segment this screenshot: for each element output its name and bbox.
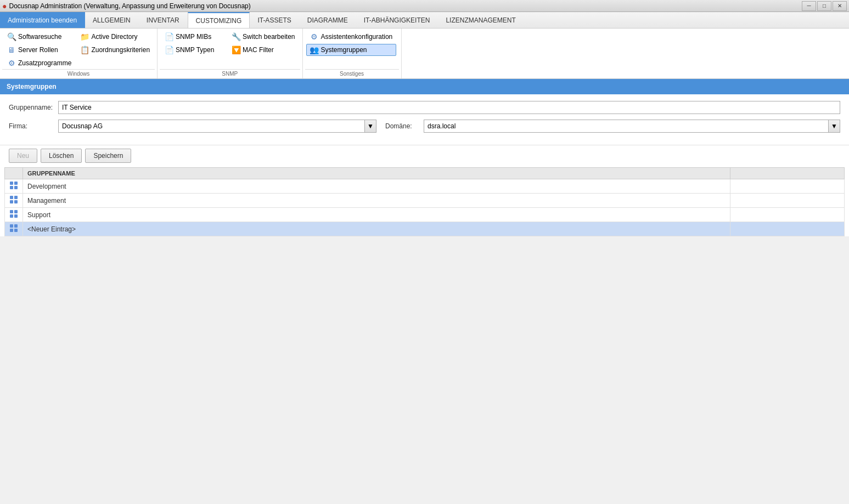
neu-button[interactable]: Neu	[9, 149, 37, 163]
snmp-mibs-icon: 📄	[165, 32, 173, 41]
table-cell-new-empty	[730, 222, 845, 236]
table-row-icon-new	[5, 222, 23, 236]
table-cell-development: Development	[23, 179, 730, 194]
svg-rect-2	[10, 186, 13, 189]
ribbon-group-windows: 🔍 Softwaresuche 🖥 Server Rollen ⚙ Zusatz…	[0, 29, 158, 78]
svg-rect-3	[14, 186, 18, 189]
firma-select[interactable]: Docusnap AG	[58, 120, 376, 133]
table-cell-management: Management	[23, 194, 730, 208]
ribbon-assistentenkonfiguration[interactable]: ⚙ Assistentenkonfiguration	[306, 31, 397, 43]
restore-button[interactable]: □	[817, 1, 831, 11]
table-header-row: GRUPPENNAME	[5, 168, 845, 179]
mac-filter-icon: 🔽	[232, 46, 240, 54]
svg-rect-11	[14, 214, 18, 218]
zusatzprogramme-icon: ⚙	[7, 59, 16, 67]
loeschen-button[interactable]: Löschen	[41, 149, 82, 163]
svg-rect-5	[14, 196, 18, 199]
tab-it-assets[interactable]: IT-ASSETS	[250, 12, 299, 28]
table-header-icon	[5, 168, 23, 179]
ribbon-switch-bearbeiten[interactable]: 🔧 Switch bearbeiten	[228, 31, 299, 43]
svg-rect-9	[14, 210, 18, 213]
ribbon-softwaresuche[interactable]: 🔍 Softwaresuche	[3, 31, 75, 43]
main-content: Systemgruppen Gruppenname: Firma: Docusn…	[0, 79, 849, 236]
svg-rect-12	[10, 224, 13, 228]
titlebar-title: Docusnap Administration (Verwaltung, Anp…	[9, 2, 250, 10]
svg-rect-15	[14, 229, 18, 232]
row-icon-management	[9, 198, 18, 206]
table-cell-empty-2	[730, 194, 845, 208]
table-row[interactable]: Support	[5, 208, 845, 222]
table-row-icon-cell	[5, 208, 23, 222]
ribbon-snmp-col1: 📄 SNMP MIBs 📄 SNMP Typen	[161, 31, 227, 56]
tab-diagramme[interactable]: DIAGRAMME	[300, 12, 356, 28]
row-icon-new	[9, 226, 18, 234]
tab-administration-beenden[interactable]: Administration beenden	[0, 12, 85, 28]
ribbon-snmp-typen[interactable]: 📄 SNMP Typen	[161, 44, 227, 56]
snmp-typen-icon: 📄	[165, 46, 173, 54]
ribbon-snmp-label: SNMP	[160, 69, 300, 78]
svg-rect-13	[14, 224, 18, 228]
softwaresuche-icon: 🔍	[7, 32, 16, 41]
table-row-icon-cell	[5, 194, 23, 208]
svg-rect-14	[10, 229, 13, 232]
firma-label: Firma:	[9, 122, 58, 130]
table-header-empty	[730, 168, 845, 179]
table-row[interactable]: Management	[5, 194, 845, 208]
zuordnungskriterien-icon: 📋	[80, 46, 89, 54]
gruppenname-table: GRUPPENNAME Development	[4, 167, 845, 236]
gruppenname-label: Gruppenname:	[9, 104, 58, 111]
active-tab-bar: Systemgruppen	[0, 79, 849, 94]
tab-allgemein[interactable]: ALLGEMEIN	[85, 12, 139, 28]
firma-row: Firma: Docusnap AG ▼ Domäne: dsra.local …	[9, 120, 840, 133]
ribbon-mac-filter[interactable]: 🔽 MAC Filter	[228, 44, 299, 56]
titlebar-left: ● Docusnap Administration (Verwaltung, A…	[2, 2, 251, 10]
tab-it-abhaengigkeiten[interactable]: IT-ABHÄNGIGKEITEN	[356, 12, 438, 28]
table-cell-empty-3	[730, 208, 845, 222]
firma-select-wrapper: Docusnap AG ▼	[58, 120, 376, 133]
titlebar: ● Docusnap Administration (Verwaltung, A…	[0, 0, 849, 12]
gruppenname-row: Gruppenname:	[9, 101, 840, 114]
domaene-label: Domäne:	[385, 122, 424, 130]
ribbon-server-rollen[interactable]: 🖥 Server Rollen	[3, 44, 75, 56]
row-icon-support	[9, 212, 18, 220]
tab-lizenzmanagement[interactable]: LIZENZMANAGEMENT	[438, 12, 524, 28]
domaene-select-wrapper: dsra.local ▼	[424, 120, 840, 133]
switch-bearbeiten-icon: 🔧	[232, 32, 240, 41]
close-button[interactable]: ✕	[833, 1, 847, 11]
ribbon-systemgruppen[interactable]: 👥 Systemgruppen	[306, 44, 397, 56]
form-area: Gruppenname: Firma: Docusnap AG ▼ Domäne…	[0, 94, 849, 145]
svg-rect-8	[10, 210, 13, 213]
ribbon-active-directory[interactable]: 📁 Active Directory	[76, 31, 154, 43]
menubar: Administration beenden ALLGEMEIN INVENTA…	[0, 12, 849, 29]
svg-rect-10	[10, 214, 13, 218]
table-row[interactable]: Development	[5, 179, 845, 194]
svg-rect-1	[14, 182, 18, 185]
assistentenkonfiguration-icon: ⚙	[310, 32, 319, 41]
button-row: Neu Löschen Speichern	[0, 145, 849, 167]
systemgruppen-icon: 👥	[310, 46, 319, 54]
titlebar-controls: ─ □ ✕	[802, 1, 847, 11]
ribbon-windows-col1: 🔍 Softwaresuche 🖥 Server Rollen ⚙ Zusatz…	[3, 31, 75, 69]
active-tab-label: Systemgruppen	[7, 83, 57, 90]
svg-rect-0	[10, 182, 13, 185]
minimize-button[interactable]: ─	[802, 1, 816, 11]
ribbon-group-snmp: 📄 SNMP MIBs 📄 SNMP Typen 🔧 Switch bearbe…	[158, 29, 302, 78]
ribbon-snmp-mibs[interactable]: 📄 SNMP MIBs	[161, 31, 227, 43]
table-cell-empty-1	[730, 179, 845, 194]
svg-rect-7	[14, 200, 18, 203]
table-header-gruppenname: GRUPPENNAME	[23, 168, 730, 179]
server-rollen-icon: 🖥	[7, 46, 16, 54]
ribbon-zuordnungskriterien[interactable]: 📋 Zuordnungskriterien	[76, 44, 154, 56]
ribbon-zusatzprogramme[interactable]: ⚙ Zusatzprogramme	[3, 57, 75, 69]
table-row-new-entry[interactable]: <Neuer Eintrag>	[5, 222, 845, 236]
svg-rect-6	[10, 200, 13, 203]
gruppenname-input[interactable]	[58, 101, 840, 114]
ribbon-windows-label: Windows	[2, 69, 155, 78]
tab-inventar[interactable]: INVENTAR	[139, 12, 188, 28]
speichern-button[interactable]: Speichern	[85, 149, 131, 163]
ribbon-sonstiges-label: Sonstiges	[305, 69, 399, 78]
row-icon-development	[9, 184, 18, 191]
domaene-select[interactable]: dsra.local	[424, 120, 840, 133]
tab-customizing[interactable]: CUSTOMIZING	[188, 12, 250, 28]
table-area: GRUPPENNAME Development	[0, 167, 849, 236]
